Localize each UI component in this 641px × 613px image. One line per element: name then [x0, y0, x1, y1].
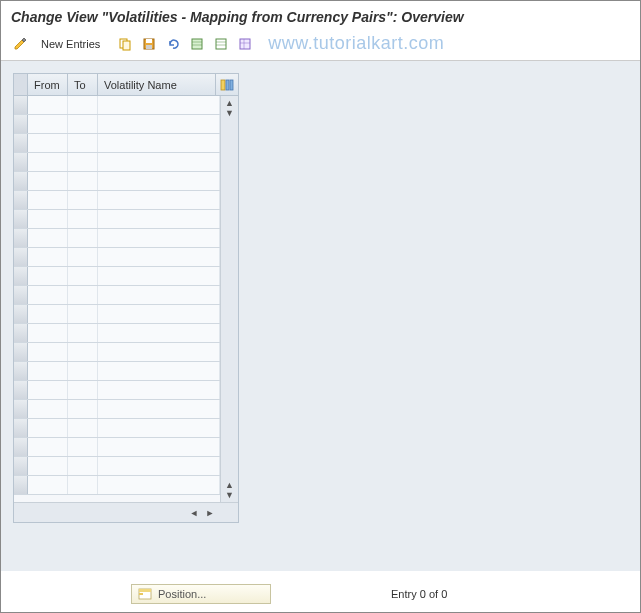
- cell-to[interactable]: [68, 96, 98, 114]
- cell-volatility[interactable]: [98, 438, 220, 456]
- cell-from[interactable]: [28, 286, 68, 304]
- row-selector[interactable]: [14, 343, 28, 361]
- cell-to[interactable]: [68, 457, 98, 475]
- row-selector[interactable]: [14, 476, 28, 494]
- cell-volatility[interactable]: [98, 305, 220, 323]
- cell-volatility[interactable]: [98, 343, 220, 361]
- table-row[interactable]: [14, 210, 220, 229]
- row-selector[interactable]: [14, 305, 28, 323]
- table-settings-icon[interactable]: [236, 35, 254, 53]
- row-selector[interactable]: [14, 210, 28, 228]
- table-row[interactable]: [14, 172, 220, 191]
- cell-to[interactable]: [68, 191, 98, 209]
- cell-volatility[interactable]: [98, 172, 220, 190]
- row-selector[interactable]: [14, 153, 28, 171]
- row-selector[interactable]: [14, 362, 28, 380]
- row-selector[interactable]: [14, 381, 28, 399]
- table-row[interactable]: [14, 191, 220, 210]
- cell-from[interactable]: [28, 134, 68, 152]
- table-row[interactable]: [14, 286, 220, 305]
- cell-volatility[interactable]: [98, 96, 220, 114]
- table-row[interactable]: [14, 438, 220, 457]
- copy-icon[interactable]: [116, 35, 134, 53]
- cell-from[interactable]: [28, 457, 68, 475]
- row-selector[interactable]: [14, 419, 28, 437]
- cell-to[interactable]: [68, 134, 98, 152]
- cell-volatility[interactable]: [98, 153, 220, 171]
- table-row[interactable]: [14, 381, 220, 400]
- table-row[interactable]: [14, 153, 220, 172]
- scroll-up-icon[interactable]: ▲: [224, 480, 236, 490]
- select-all-rows[interactable]: [14, 74, 28, 95]
- row-selector[interactable]: [14, 267, 28, 285]
- table-row[interactable]: [14, 96, 220, 115]
- table-row[interactable]: [14, 248, 220, 267]
- cell-volatility[interactable]: [98, 457, 220, 475]
- cell-from[interactable]: [28, 191, 68, 209]
- table-row[interactable]: [14, 134, 220, 153]
- cell-volatility[interactable]: [98, 362, 220, 380]
- position-button[interactable]: Position...: [131, 584, 271, 604]
- cell-from[interactable]: [28, 210, 68, 228]
- cell-volatility[interactable]: [98, 286, 220, 304]
- table-row[interactable]: [14, 267, 220, 286]
- horizontal-scrollbar[interactable]: ◄ ►: [14, 502, 238, 522]
- scroll-up-icon[interactable]: ▲: [224, 98, 236, 108]
- cell-to[interactable]: [68, 172, 98, 190]
- cell-from[interactable]: [28, 381, 68, 399]
- cell-to[interactable]: [68, 324, 98, 342]
- cell-to[interactable]: [68, 229, 98, 247]
- cell-to[interactable]: [68, 476, 98, 494]
- column-header-to[interactable]: To: [68, 74, 98, 95]
- cell-volatility[interactable]: [98, 210, 220, 228]
- cell-volatility[interactable]: [98, 419, 220, 437]
- cell-from[interactable]: [28, 248, 68, 266]
- cell-to[interactable]: [68, 438, 98, 456]
- cell-from[interactable]: [28, 343, 68, 361]
- table-row[interactable]: [14, 400, 220, 419]
- table-row[interactable]: [14, 324, 220, 343]
- cell-from[interactable]: [28, 96, 68, 114]
- undo-icon[interactable]: [164, 35, 182, 53]
- deselect-icon[interactable]: [212, 35, 230, 53]
- cell-to[interactable]: [68, 305, 98, 323]
- row-selector[interactable]: [14, 286, 28, 304]
- cell-from[interactable]: [28, 153, 68, 171]
- cell-volatility[interactable]: [98, 476, 220, 494]
- cell-from[interactable]: [28, 267, 68, 285]
- cell-to[interactable]: [68, 343, 98, 361]
- table-row[interactable]: [14, 457, 220, 476]
- cell-to[interactable]: [68, 286, 98, 304]
- cell-volatility[interactable]: [98, 381, 220, 399]
- row-selector[interactable]: [14, 248, 28, 266]
- cell-from[interactable]: [28, 419, 68, 437]
- cell-from[interactable]: [28, 324, 68, 342]
- cell-to[interactable]: [68, 248, 98, 266]
- table-row[interactable]: [14, 476, 220, 495]
- cell-from[interactable]: [28, 438, 68, 456]
- row-selector[interactable]: [14, 115, 28, 133]
- configure-columns-icon[interactable]: [216, 74, 238, 95]
- vertical-scrollbar[interactable]: ▲ ▼ ▲ ▼: [220, 96, 238, 502]
- cell-from[interactable]: [28, 229, 68, 247]
- scroll-right-icon[interactable]: ►: [204, 508, 216, 518]
- row-selector[interactable]: [14, 229, 28, 247]
- cell-from[interactable]: [28, 362, 68, 380]
- change-icon[interactable]: [11, 35, 29, 53]
- cell-to[interactable]: [68, 419, 98, 437]
- new-entries-button[interactable]: New Entries: [35, 36, 106, 52]
- table-row[interactable]: [14, 362, 220, 381]
- cell-from[interactable]: [28, 476, 68, 494]
- row-selector[interactable]: [14, 134, 28, 152]
- cell-volatility[interactable]: [98, 134, 220, 152]
- cell-to[interactable]: [68, 381, 98, 399]
- cell-to[interactable]: [68, 267, 98, 285]
- table-row[interactable]: [14, 229, 220, 248]
- scroll-down-icon[interactable]: ▼: [224, 108, 236, 118]
- row-selector[interactable]: [14, 191, 28, 209]
- cell-volatility[interactable]: [98, 324, 220, 342]
- save-icon[interactable]: [140, 35, 158, 53]
- cell-volatility[interactable]: [98, 115, 220, 133]
- cell-volatility[interactable]: [98, 400, 220, 418]
- row-selector[interactable]: [14, 400, 28, 418]
